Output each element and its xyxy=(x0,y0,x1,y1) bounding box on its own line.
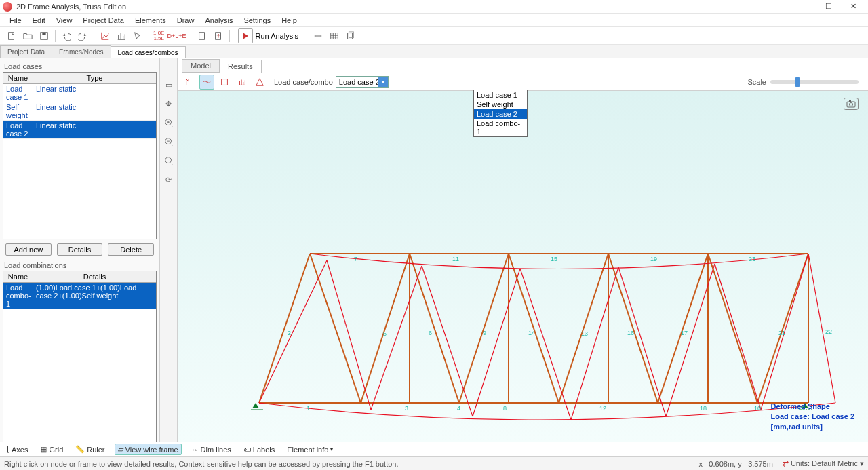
menu-view[interactable]: View xyxy=(51,15,78,26)
menu-draw[interactable]: Draw xyxy=(172,15,200,26)
lcc-head-details: Details xyxy=(33,271,156,282)
zoom-out-icon[interactable] xyxy=(163,136,175,148)
zoom-fit-icon[interactable] xyxy=(163,155,175,167)
close-button[interactable]: ✕ xyxy=(841,0,865,14)
scale-slider[interactable] xyxy=(770,80,859,84)
member-label: 14 xyxy=(528,330,535,336)
result-mode-2-icon[interactable] xyxy=(199,75,214,90)
menu-file[interactable]: File xyxy=(4,15,27,26)
tab-load-cases[interactable]: Load cases/combos xyxy=(111,46,186,58)
minimize-button[interactable]: ─ xyxy=(792,0,816,14)
chevron-down-icon[interactable] xyxy=(378,77,388,87)
zoom-in-icon[interactable] xyxy=(163,117,175,129)
table-row[interactable]: Self weight Linear static xyxy=(3,102,156,121)
save-icon[interactable] xyxy=(37,28,52,43)
member-label: 13 xyxy=(581,330,588,337)
dd-item[interactable]: Self weight xyxy=(474,100,527,109)
lc-details-button[interactable]: Details xyxy=(57,243,103,256)
svg-line-27 xyxy=(757,254,808,403)
copy-icon[interactable] xyxy=(343,28,358,43)
menu-help[interactable]: Help xyxy=(276,15,302,26)
dd-item[interactable]: Load case 1 xyxy=(474,90,527,100)
info-line-3: [mm,rad units] xyxy=(771,422,855,432)
tab-project-data[interactable]: Project Data xyxy=(0,45,52,58)
wireframe-toggle[interactable]: ▱View wire frame xyxy=(115,444,182,455)
view-bar: ⌊Axes ▦Grid 📏Ruler ▱View wire frame ↔Dim… xyxy=(0,442,868,456)
dimension-icon[interactable] xyxy=(311,28,326,43)
combo-value: Load case 2 xyxy=(339,78,380,86)
labels-toggle[interactable]: 🏷Labels xyxy=(241,445,277,454)
cursor-icon[interactable] xyxy=(130,28,145,43)
model-canvas[interactable]: 1 2 3 4 5 6 7 8 9 10 11 12 13 14 15 16 1… xyxy=(178,91,868,442)
menu-settings[interactable]: Settings xyxy=(238,15,276,26)
load-case-combo[interactable]: Load case 2 xyxy=(336,76,389,88)
status-hint: Right click on node or frame to view det… xyxy=(4,460,398,468)
table-icon[interactable] xyxy=(327,28,342,43)
lc-head-type: Type xyxy=(33,73,156,83)
slider-thumb[interactable] xyxy=(795,77,800,87)
status-units[interactable]: ⇄ Units: Default Metric ▾ xyxy=(783,459,864,468)
svg-line-26 xyxy=(708,254,757,403)
svg-line-20 xyxy=(410,254,459,403)
svg-rect-11 xyxy=(222,79,228,85)
load-combo-icon[interactable]: D+L+E xyxy=(166,28,186,43)
member-label: 17 xyxy=(681,330,688,336)
result-mode-5-icon[interactable] xyxy=(252,75,267,90)
graph-icon[interactable] xyxy=(114,28,129,43)
canvas-wrap: Model Results Load case/combo Load case … xyxy=(178,58,868,442)
svg-point-10 xyxy=(165,157,171,163)
dimlines-toggle[interactable]: ↔Dim lines xyxy=(189,445,234,454)
tab-frames-nodes[interactable]: Frames/Nodes xyxy=(52,45,111,58)
dd-item[interactable]: Load case 2 xyxy=(474,109,527,119)
member-label: 18 xyxy=(700,405,707,412)
member-label: 16 xyxy=(627,330,634,336)
svg-line-38 xyxy=(520,269,571,420)
table-row[interactable]: Load case 2 Linear static xyxy=(3,121,156,139)
combo-dropdown[interactable]: Load case 1 Self weight Load case 2 Load… xyxy=(473,90,528,137)
svg-line-35 xyxy=(371,266,422,410)
result-mode-1-icon[interactable] xyxy=(182,75,197,90)
tab-results[interactable]: Results xyxy=(219,60,262,73)
document-icon[interactable] xyxy=(195,28,210,43)
menu-analysis[interactable]: Analysis xyxy=(199,15,238,26)
scale-label: Scale xyxy=(747,78,766,86)
new-file-icon[interactable] xyxy=(4,28,19,43)
lc-add-button[interactable]: Add new xyxy=(5,243,52,256)
load-scale-icon[interactable]: 1.0E 1.5L xyxy=(153,28,165,43)
chart-icon[interactable] xyxy=(98,28,113,43)
menu-edit[interactable]: Edit xyxy=(27,15,51,26)
table-row[interactable]: Load combo-1 (1.00)Load case 1+(1.00)Loa… xyxy=(3,283,156,309)
lc-delete-button[interactable]: Delete xyxy=(108,243,154,256)
menu-project-data[interactable]: Project Data xyxy=(77,15,130,26)
run-analysis-button[interactable]: Run Analysis xyxy=(233,26,304,45)
svg-line-34 xyxy=(327,260,371,410)
undo-icon[interactable] xyxy=(59,28,74,43)
redo-icon[interactable] xyxy=(75,28,90,43)
axes-toggle[interactable]: ⌊Axes xyxy=(4,444,31,454)
table-row[interactable]: Load case 1 Linear static xyxy=(3,84,156,102)
result-mode-3-icon[interactable] xyxy=(217,75,232,90)
member-label: 1 xyxy=(307,405,310,412)
title-bar: 2D Frame Analysis, Truss Edition ─ ☐ ✕ xyxy=(0,0,868,14)
svg-line-25 xyxy=(658,254,708,403)
pan-icon[interactable]: ✥ xyxy=(163,98,175,110)
grid-toggle[interactable]: ▦Grid xyxy=(37,444,66,454)
dd-item[interactable]: Load combo-1 xyxy=(474,119,527,136)
select-icon[interactable]: ▭ xyxy=(163,79,175,91)
load-cases-table[interactable]: Name Type Load case 1 Linear static Self… xyxy=(3,72,157,239)
element-info-menu[interactable]: Element info ▾ xyxy=(284,445,336,454)
refresh-icon[interactable]: ⟳ xyxy=(163,174,175,186)
svg-rect-14 xyxy=(849,100,851,102)
camera-icon[interactable] xyxy=(844,98,859,110)
tab-model[interactable]: Model xyxy=(182,59,220,73)
result-mode-4-icon[interactable] xyxy=(235,75,250,90)
export-icon[interactable] xyxy=(211,28,226,43)
menu-elements[interactable]: Elements xyxy=(130,15,172,26)
load-combos-table[interactable]: Name Details Load combo-1 (1.00)Load cas… xyxy=(3,271,157,442)
maximize-button[interactable]: ☐ xyxy=(816,0,841,14)
open-file-icon[interactable] xyxy=(20,28,35,43)
left-tabs: Project Data Frames/Nodes Load cases/com… xyxy=(0,45,868,58)
main-toolbar: 1.0E 1.5L D+L+E Run Analysis xyxy=(0,27,868,45)
ruler-toggle[interactable]: 📏Ruler xyxy=(73,444,107,454)
member-label: 2 xyxy=(288,330,291,336)
